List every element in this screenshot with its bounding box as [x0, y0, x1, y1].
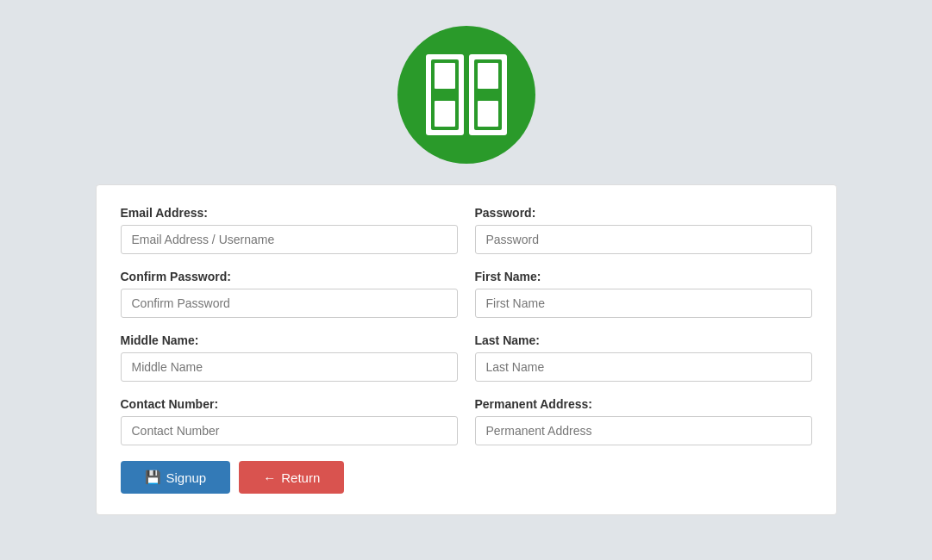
- signup-form-card: Email Address: Password: Confirm Passwor…: [96, 184, 837, 515]
- last-name-label: Last Name:: [475, 333, 812, 347]
- form-row-1: Email Address: Password:: [121, 206, 812, 254]
- svg-rect-6: [478, 63, 498, 89]
- signup-button[interactable]: 💾 Signup: [121, 461, 231, 494]
- password-input[interactable]: [475, 225, 812, 254]
- svg-rect-2: [435, 63, 455, 89]
- contact-number-group: Contact Number:: [121, 397, 458, 445]
- confirm-password-group: Confirm Password:: [121, 270, 458, 318]
- contact-number-input[interactable]: [121, 416, 458, 445]
- password-label: Password:: [475, 206, 812, 220]
- return-button[interactable]: ← Return: [239, 461, 344, 494]
- form-row-4: Contact Number: Permanent Address:: [121, 397, 812, 445]
- first-name-input[interactable]: [475, 289, 812, 318]
- permanent-address-input[interactable]: [475, 416, 812, 445]
- confirm-password-label: Confirm Password:: [121, 270, 458, 283]
- permanent-address-group: Permanent Address:: [475, 397, 812, 445]
- last-name-input[interactable]: [475, 352, 812, 382]
- logo-icon: [419, 47, 514, 142]
- last-name-group: Last Name:: [475, 333, 812, 382]
- email-label: Email Address:: [121, 206, 458, 220]
- permanent-address-label: Permanent Address:: [475, 397, 812, 411]
- svg-rect-3: [435, 101, 455, 127]
- logo-circle: [397, 26, 535, 164]
- logo-container: [397, 26, 535, 164]
- middle-name-group: Middle Name:: [121, 333, 458, 382]
- return-label: Return: [281, 470, 320, 485]
- button-row: 💾 Signup ← Return: [121, 461, 812, 494]
- floppy-icon: 💾: [145, 470, 161, 485]
- contact-number-label: Contact Number:: [121, 397, 458, 411]
- first-name-group: First Name:: [475, 270, 812, 318]
- password-group: Password:: [475, 206, 812, 254]
- svg-rect-7: [478, 101, 498, 127]
- email-input[interactable]: [121, 225, 458, 254]
- first-name-label: First Name:: [475, 270, 812, 283]
- form-row-2: Confirm Password: First Name:: [121, 270, 812, 318]
- arrow-left-icon: ←: [263, 470, 276, 485]
- form-row-3: Middle Name: Last Name:: [121, 333, 812, 382]
- signup-label: Signup: [166, 470, 207, 485]
- confirm-password-input[interactable]: [121, 289, 458, 318]
- middle-name-input[interactable]: [121, 352, 458, 382]
- email-group: Email Address:: [121, 206, 458, 254]
- middle-name-label: Middle Name:: [121, 333, 458, 347]
